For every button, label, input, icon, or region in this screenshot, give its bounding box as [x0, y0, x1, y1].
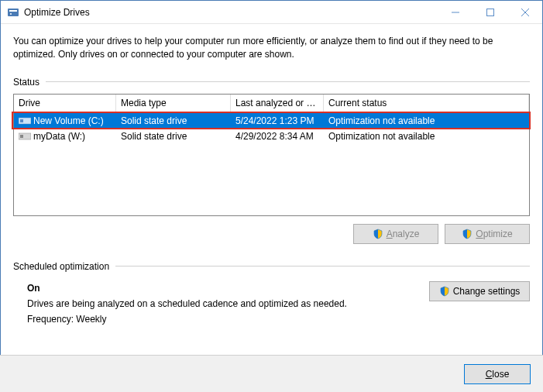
analyze-label: nalyze — [393, 229, 420, 239]
drives-table[interactable]: Drive Media type Last analyzed or o... C… — [13, 94, 530, 216]
intro-text: You can optimize your drives to help you… — [13, 35, 530, 61]
svg-rect-1 — [9, 10, 17, 12]
drive-status: Optimization not available — [324, 114, 529, 128]
drive-name: New Volume (C:) — [33, 115, 104, 126]
window-title: Optimize Drives — [24, 7, 438, 18]
shield-icon — [439, 286, 450, 297]
titlebar: Optimize Drives — [1, 1, 542, 24]
scheduled-freq: Frequency: Weekly — [27, 314, 530, 325]
close-dialog-button[interactable]: Close — [464, 364, 531, 384]
drive-last: 4/29/2022 8:34 AM — [231, 129, 324, 143]
status-label: Status — [13, 77, 530, 88]
col-drive[interactable]: Drive — [14, 95, 116, 112]
change-settings-button[interactable]: Change settings — [429, 281, 530, 301]
close-label: lose — [492, 369, 509, 380]
close-button[interactable] — [507, 1, 542, 23]
analyze-button[interactable]: Analyze — [353, 224, 438, 244]
svg-point-2 — [10, 13, 12, 15]
window-controls — [438, 1, 542, 23]
maximize-button[interactable] — [473, 1, 507, 23]
scheduled-label-text: Scheduled optimization — [13, 261, 109, 272]
divider — [115, 266, 530, 266]
change-settings-label: Change settings — [453, 286, 521, 297]
shield-icon — [462, 229, 473, 239]
col-last[interactable]: Last analyzed or o... — [231, 95, 324, 112]
drive-icon — [19, 116, 31, 126]
svg-rect-0 — [8, 9, 19, 16]
shield-icon — [373, 229, 383, 239]
col-media[interactable]: Media type — [116, 95, 231, 112]
scheduled-label: Scheduled optimization — [13, 261, 530, 272]
divider — [46, 81, 530, 82]
col-status[interactable]: Current status — [324, 95, 529, 112]
optimize-button[interactable]: Optimize — [445, 224, 530, 244]
drive-name: myData (W:) — [33, 131, 85, 142]
app-icon — [7, 6, 19, 19]
drive-media: Solid state drive — [116, 129, 231, 143]
footer: Close — [0, 355, 543, 392]
table-row[interactable]: New Volume (C:) Solid state drive 5/24/2… — [14, 113, 529, 129]
drive-icon — [19, 132, 31, 141]
svg-rect-4 — [486, 9, 493, 15]
drive-last: 5/24/2022 1:23 PM — [231, 114, 324, 128]
optimize-label: ptimize — [483, 229, 513, 239]
status-label-text: Status — [13, 77, 40, 88]
minimize-button[interactable] — [438, 1, 473, 23]
svg-rect-10 — [20, 135, 23, 138]
table-row[interactable]: myData (W:) Solid state drive 4/29/2022 … — [14, 129, 529, 144]
drive-status: Optimization not available — [324, 129, 529, 143]
svg-rect-8 — [20, 119, 23, 122]
drive-media: Solid state drive — [116, 114, 231, 128]
table-header: Drive Media type Last analyzed or o... C… — [14, 95, 529, 113]
